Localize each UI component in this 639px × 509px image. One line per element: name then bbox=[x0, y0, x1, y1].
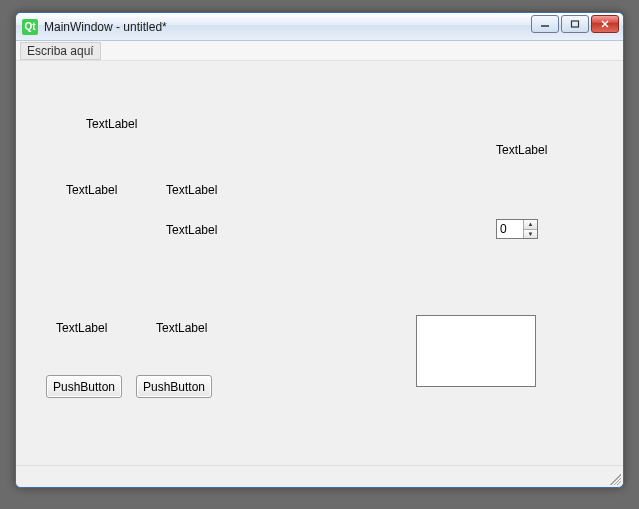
close-button[interactable] bbox=[591, 15, 619, 33]
text-label: TextLabel bbox=[496, 143, 547, 157]
titlebar[interactable]: Qt MainWindow - untitled* bbox=[16, 13, 623, 41]
spin-up-button[interactable]: ▲ bbox=[524, 220, 537, 230]
text-label: TextLabel bbox=[86, 117, 137, 131]
spinbox-arrows: ▲ ▼ bbox=[523, 220, 537, 238]
button-label: PushButton bbox=[143, 380, 205, 394]
main-window: Qt MainWindow - untitled* Escriba aquí T… bbox=[15, 12, 624, 488]
spin-down-button[interactable]: ▼ bbox=[524, 230, 537, 239]
text-label: TextLabel bbox=[166, 223, 217, 237]
statusbar bbox=[16, 465, 623, 487]
menubar[interactable]: Escriba aquí bbox=[16, 41, 623, 61]
window-title: MainWindow - untitled* bbox=[44, 20, 167, 34]
qt-logo-icon: Qt bbox=[22, 19, 38, 35]
button-label: PushButton bbox=[53, 380, 115, 394]
window-controls bbox=[531, 15, 619, 33]
form-canvas[interactable]: TextLabel TextLabel TextLabel TextLabel … bbox=[16, 61, 623, 465]
push-button[interactable]: PushButton bbox=[136, 375, 212, 398]
minimize-button[interactable] bbox=[531, 15, 559, 33]
spinbox-value[interactable]: 0 bbox=[497, 220, 523, 238]
maximize-button[interactable] bbox=[561, 15, 589, 33]
text-label: TextLabel bbox=[156, 321, 207, 335]
spinbox[interactable]: 0 ▲ ▼ bbox=[496, 219, 538, 239]
text-label: TextLabel bbox=[166, 183, 217, 197]
menu-placeholder[interactable]: Escriba aquí bbox=[20, 42, 101, 60]
svg-rect-1 bbox=[572, 21, 579, 27]
size-grip-icon[interactable] bbox=[607, 471, 621, 485]
text-label: TextLabel bbox=[66, 183, 117, 197]
push-button[interactable]: PushButton bbox=[46, 375, 122, 398]
text-edit[interactable] bbox=[416, 315, 536, 387]
text-label: TextLabel bbox=[56, 321, 107, 335]
